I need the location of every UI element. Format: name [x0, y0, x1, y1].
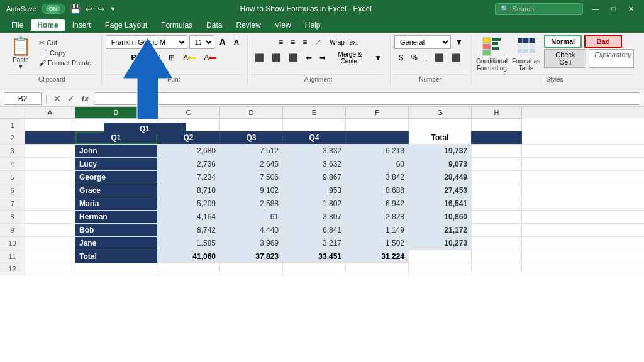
wrap-text-btn[interactable]: Wrap Text [326, 35, 361, 49]
increase-font-btn[interactable]: A [216, 35, 229, 49]
cell-b6[interactable]: Grace [75, 184, 157, 197]
cell-h1[interactable] [472, 119, 522, 131]
cell-g3[interactable]: 19,737 [409, 145, 472, 157]
bold-button[interactable]: B [128, 51, 140, 65]
cell-g4[interactable]: 9,073 [409, 158, 472, 170]
cell-e9[interactable]: 6,841 [283, 224, 346, 236]
cell-g9[interactable]: 21,172 [409, 224, 472, 236]
menu-formulas[interactable]: Formulas [155, 19, 199, 31]
cell-d3[interactable]: 7,512 [220, 145, 283, 157]
cell-d5[interactable]: 7,506 [220, 171, 283, 184]
cell-e3[interactable]: 3,332 [283, 145, 346, 157]
normal-style-btn[interactable]: Normal [544, 35, 582, 48]
cell-d6[interactable]: 9,102 [220, 184, 283, 197]
formula-confirm-btn[interactable]: ✓ [65, 94, 77, 104]
cell-b7[interactable]: Maria [75, 197, 157, 210]
format-as-table-btn[interactable]: Format as Table [511, 35, 541, 73]
angle-text-btn[interactable]: ⟋ [311, 35, 325, 49]
cell-a9[interactable] [25, 224, 75, 236]
format-painter-button[interactable]: 🖌 Format Painter [36, 58, 96, 67]
cell-f4[interactable]: 60 [346, 158, 409, 170]
formula-fx-btn[interactable]: fx [79, 94, 92, 103]
explanatory-btn[interactable]: Explanatory [589, 49, 634, 68]
cell-c12[interactable] [157, 263, 220, 275]
cell-e6[interactable]: 953 [283, 184, 346, 197]
cell-c2[interactable]: Q2 [157, 131, 220, 144]
autosave-toggle[interactable]: ON [42, 4, 65, 14]
increase-decimal-btn[interactable]: ⬛ [431, 51, 447, 65]
cell-b4[interactable]: Lucy [75, 158, 157, 170]
conditional-formatting-btn[interactable]: Conditional Formatting [475, 35, 508, 73]
cell-h2[interactable] [472, 131, 522, 144]
border-button[interactable]: ⊞ [165, 51, 178, 65]
cell-b9[interactable]: Bob [75, 224, 157, 236]
cell-h5[interactable] [472, 171, 522, 184]
cell-a4[interactable] [25, 158, 75, 170]
cell-g1[interactable] [409, 119, 472, 131]
menu-review[interactable]: Review [230, 19, 267, 31]
cell-a7[interactable] [25, 197, 75, 210]
paste-button[interactable]: 📋 Paste ▼ [8, 35, 34, 70]
col-header-a[interactable]: A [25, 107, 75, 119]
cut-button[interactable]: ✂ Cut [36, 38, 96, 48]
cell-h10[interactable] [472, 237, 522, 250]
cell-d8[interactable]: 61 [220, 211, 283, 223]
cell-c1[interactable] [157, 119, 220, 131]
merge-center-btn[interactable]: Merge & Center [330, 51, 370, 65]
menu-home[interactable]: Home [31, 19, 64, 31]
percent-btn[interactable]: % [408, 51, 421, 65]
cell-e1[interactable] [283, 119, 346, 131]
font-color-button[interactable]: A [201, 51, 219, 65]
menu-file[interactable]: File [5, 19, 30, 31]
cell-h7[interactable] [472, 197, 522, 210]
cell-b5[interactable]: George [75, 171, 157, 184]
cell-f10[interactable]: 1,502 [346, 237, 409, 250]
cell-reference-box[interactable] [4, 92, 42, 105]
align-center-btn[interactable]: ⬛ [269, 51, 284, 65]
cell-f2[interactable] [346, 131, 409, 144]
cell-c11[interactable]: 41,060 [157, 250, 220, 263]
decrease-indent-btn[interactable]: ⬅ [303, 51, 315, 65]
menu-data[interactable]: Data [200, 19, 228, 31]
cell-a6[interactable] [25, 184, 75, 197]
cell-g12[interactable] [409, 263, 472, 275]
cell-h4[interactable] [472, 158, 522, 170]
cell-e11[interactable]: 33,451 [283, 250, 346, 263]
cell-c9[interactable]: 8,742 [157, 224, 220, 236]
search-box[interactable]: 🔍 Search [495, 3, 583, 15]
cell-d12[interactable] [220, 263, 283, 275]
cell-c7[interactable]: 5,209 [157, 197, 220, 210]
cell-g8[interactable]: 10,860 [409, 211, 472, 223]
cell-b10[interactable]: Jane [75, 237, 157, 250]
align-left-btn[interactable]: ⬛ [252, 51, 267, 65]
align-right-btn[interactable]: ⬛ [286, 51, 301, 65]
col-header-f[interactable]: F [346, 107, 409, 119]
cell-h6[interactable] [472, 184, 522, 197]
cell-e12[interactable] [283, 263, 346, 275]
cell-a3[interactable] [25, 145, 75, 157]
cell-c8[interactable]: 4,164 [157, 211, 220, 223]
col-header-d[interactable]: D [220, 107, 283, 119]
cell-b11[interactable]: Total [75, 250, 157, 263]
cell-b2[interactable]: Q1 [75, 131, 157, 144]
cell-d1[interactable] [220, 119, 283, 131]
cell-e10[interactable]: 3,217 [283, 237, 346, 250]
cell-d7[interactable]: 2,588 [220, 197, 283, 210]
increase-indent-btn[interactable]: ➡ [316, 51, 329, 65]
cell-h8[interactable] [472, 211, 522, 223]
cell-f9[interactable]: 1,149 [346, 224, 409, 236]
cell-g10[interactable]: 10,273 [409, 237, 472, 250]
cell-a10[interactable] [25, 237, 75, 250]
paste-dropdown[interactable]: ▼ [18, 63, 24, 70]
col-header-c[interactable]: C [157, 107, 220, 119]
minimize-btn[interactable]: — [588, 5, 602, 13]
cell-f7[interactable]: 6,942 [346, 197, 409, 210]
cell-d2[interactable]: Q3 [220, 131, 283, 144]
cell-h12[interactable] [472, 263, 522, 275]
cell-f6[interactable]: 8,688 [346, 184, 409, 197]
cell-d9[interactable]: 4,440 [220, 224, 283, 236]
cell-g6[interactable]: 27,453 [409, 184, 472, 197]
cell-d4[interactable]: 2,645 [220, 158, 283, 170]
cell-f8[interactable]: 2,828 [346, 211, 409, 223]
cell-e8[interactable]: 3,807 [283, 211, 346, 223]
